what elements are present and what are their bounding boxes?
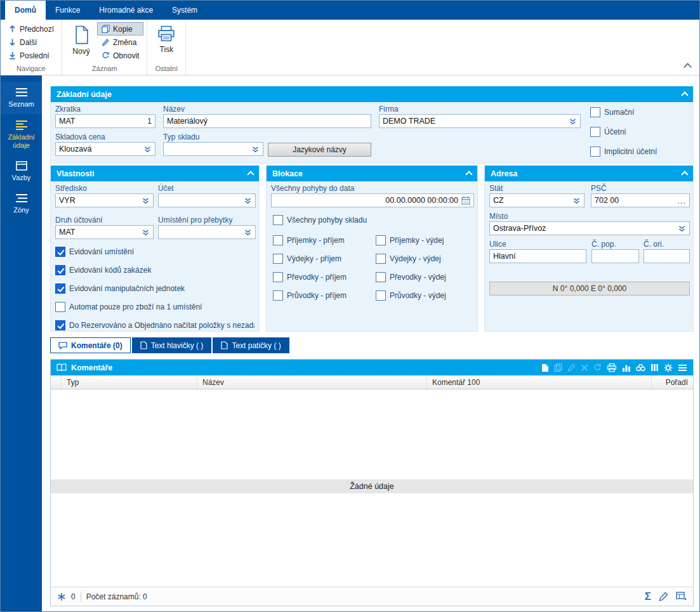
ucet-combo[interactable]	[158, 193, 256, 207]
vydejky-vydej-checkbox[interactable]: Výdejky - výdej	[376, 254, 441, 264]
vlastnosti-panel-header[interactable]: Vlastnosti	[51, 166, 259, 181]
new-button[interactable]: Nový	[65, 22, 97, 63]
tab-text-hlavicky[interactable]: Text hlavičky ( )	[132, 337, 212, 353]
pohyby-do-data-input[interactable]: 00.00.0000 00:00:00	[271, 193, 474, 207]
export-table-icon[interactable]	[676, 592, 687, 601]
dropdown-icon[interactable]	[678, 225, 686, 233]
jazykove-nazvy-button[interactable]: Jazykové názvy	[268, 143, 371, 157]
collapse-panel-icon[interactable]	[465, 171, 472, 178]
checkbox-box[interactable]	[376, 290, 386, 301]
sidebar-item-seznam[interactable]: Seznam	[1, 82, 42, 114]
prijemky-prijem-checkbox[interactable]: Příjemky - příjem	[273, 235, 345, 245]
column-nazev[interactable]: Název	[197, 375, 427, 389]
column-typ[interactable]: Typ	[62, 375, 197, 389]
edit-icon[interactable]	[567, 363, 576, 372]
do-rezervovano-checkbox[interactable]: Do Rezervováno a Objednáno načítat polož…	[55, 320, 254, 330]
adresa-panel-header[interactable]: Adresa	[485, 166, 693, 181]
menu-tab-funkce[interactable]: Funkce	[46, 1, 89, 20]
ucetni-checkbox[interactable]: Účetní	[590, 127, 626, 137]
prijemky-vydej-checkbox[interactable]: Příjemky - výdej	[376, 235, 444, 245]
checkbox-box[interactable]	[590, 146, 600, 157]
evidovani-kodu-zakazek-checkbox[interactable]: Evidování kódů zakázek	[55, 265, 151, 275]
dropdown-icon[interactable]	[142, 228, 150, 237]
sidebar-item-zony[interactable]: Zóny	[1, 188, 42, 220]
checkbox-box[interactable]	[273, 272, 283, 282]
checkbox-box[interactable]	[273, 215, 283, 225]
columns-icon[interactable]	[650, 363, 659, 372]
ulice-input[interactable]: Hlavní	[489, 249, 586, 263]
skladova-cena-combo[interactable]: Klouzavá	[55, 142, 155, 156]
vsechny-pohyby-skladu-checkbox[interactable]: Všechny pohyby skladu	[273, 215, 367, 225]
menu-tab-hromadne-akce[interactable]: Hromadné akce	[89, 1, 162, 20]
ribbon-collapse-icon[interactable]	[683, 63, 692, 71]
prevodky-prijem-checkbox[interactable]: Převodky - příjem	[273, 272, 347, 282]
print-icon[interactable]	[607, 363, 617, 372]
copy-button[interactable]: Kopie	[97, 22, 143, 36]
checkbox-box[interactable]	[273, 254, 283, 264]
psc-lookup-button[interactable]: ...	[677, 196, 686, 205]
cislo-orientacni-input[interactable]	[644, 249, 690, 263]
misto-combo[interactable]: Ostrava-Přívoz	[489, 221, 690, 235]
tab-text-paticky[interactable]: Text patičky ( )	[213, 337, 289, 353]
sum-icon[interactable]: Σ	[645, 591, 651, 602]
vydejky-prijem-checkbox[interactable]: Výdejky - příjem	[273, 254, 341, 264]
delete-icon[interactable]	[581, 364, 588, 372]
grid-body[interactable]: Žádné údaje	[51, 389, 693, 587]
sidebar-item-zakladni-udaje[interactable]: Základní údaje	[1, 114, 42, 155]
edit-button[interactable]: Změna	[97, 36, 143, 49]
calendar-icon[interactable]	[461, 196, 470, 205]
stat-combo[interactable]: CZ	[489, 193, 584, 207]
menu-tab-domu[interactable]: Domů	[5, 1, 46, 20]
dropdown-icon[interactable]	[244, 197, 252, 205]
zkratka-input[interactable]: MAT 1	[55, 114, 155, 128]
checkbox-box[interactable]	[590, 107, 600, 117]
checkbox-box[interactable]	[55, 283, 65, 294]
checkbox-box[interactable]	[376, 254, 386, 264]
chart-icon[interactable]	[622, 363, 631, 372]
last-button[interactable]: Poslední	[4, 49, 58, 62]
checkbox-box[interactable]	[273, 290, 283, 301]
firma-combo[interactable]: DEMO TRADE	[379, 114, 581, 128]
stredisko-combo[interactable]: VYR	[55, 193, 154, 207]
prev-button[interactable]: Předchozí	[4, 22, 58, 36]
column-komentar[interactable]: Komentář 100	[427, 375, 652, 389]
checkbox-box[interactable]	[590, 127, 600, 137]
blokace-panel-header[interactable]: Blokace	[267, 166, 477, 181]
sidebar-item-vazby[interactable]: Vazby	[1, 155, 42, 188]
checkbox-box[interactable]	[376, 235, 386, 245]
evidovani-umisteni-checkbox[interactable]: Evidování umístění	[55, 247, 134, 257]
dropdown-icon[interactable]	[569, 117, 577, 126]
checkbox-box[interactable]	[55, 265, 65, 275]
gps-coordinates[interactable]: N 0° 0,000 E 0° 0,000	[489, 282, 690, 296]
nazev-input[interactable]: Materiálový	[163, 114, 371, 128]
basic-panel-header[interactable]: Základní údaje	[51, 86, 693, 102]
print-button[interactable]: Tisk	[150, 22, 182, 63]
checkbox-box[interactable]	[376, 272, 386, 282]
menu-tab-system[interactable]: Systém	[162, 1, 207, 20]
checkbox-box[interactable]	[55, 320, 65, 330]
typ-skladu-combo[interactable]	[163, 142, 263, 156]
column-selector[interactable]	[51, 375, 62, 389]
collapse-panel-icon[interactable]	[681, 171, 688, 178]
column-poradi[interactable]: Pořadí	[652, 375, 693, 389]
dropdown-icon[interactable]	[251, 145, 260, 153]
search-binoculars-icon[interactable]	[636, 363, 645, 372]
sumacni-checkbox[interactable]: Sumační	[590, 107, 634, 117]
druh-uctovani-combo[interactable]: MAT	[55, 225, 154, 239]
automat-pouze-checkbox[interactable]: Automat pouze pro zboží na 1 umístění	[55, 302, 202, 312]
refresh-button[interactable]: Obnovit	[97, 49, 143, 62]
checkbox-box[interactable]	[55, 302, 65, 312]
menu-icon[interactable]	[678, 364, 687, 372]
pruvodky-prijem-checkbox[interactable]: Průvodky - příjem	[273, 290, 347, 301]
next-button[interactable]: Další	[4, 36, 58, 49]
collapse-panel-icon[interactable]	[247, 171, 254, 178]
new-record-icon[interactable]	[541, 363, 549, 372]
psc-input[interactable]: 702 00 ...	[591, 193, 690, 207]
refresh-icon[interactable]	[593, 363, 602, 372]
edit-pencil-icon[interactable]	[659, 592, 668, 601]
umisteni-prebytky-combo[interactable]	[158, 225, 256, 239]
prevodky-vydej-checkbox[interactable]: Převodky - výdej	[376, 272, 446, 282]
checkbox-box[interactable]	[273, 235, 283, 245]
copy-icon[interactable]	[554, 363, 562, 372]
dropdown-icon[interactable]	[142, 197, 150, 205]
